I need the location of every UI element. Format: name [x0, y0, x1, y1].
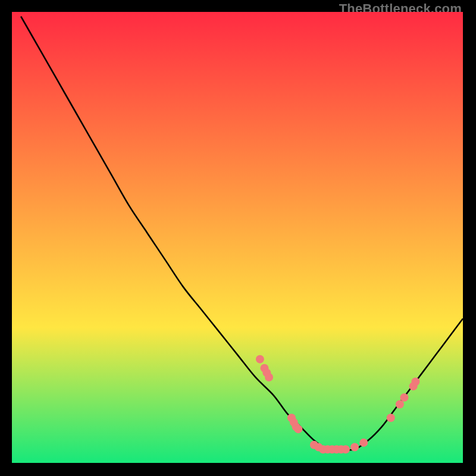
highlight-point: [387, 414, 395, 422]
highlight-point: [265, 373, 273, 381]
gradient-background: [12, 12, 463, 463]
highlight-point: [359, 439, 368, 447]
highlight-point: [411, 378, 419, 386]
bottleneck-chart: [12, 12, 463, 463]
highlight-point: [342, 445, 350, 453]
highlight-point: [350, 443, 359, 451]
highlight-point: [396, 400, 404, 408]
highlight-point: [256, 355, 264, 364]
highlight-point: [294, 425, 302, 433]
highlight-point: [400, 393, 408, 402]
chart-frame: [12, 12, 463, 463]
